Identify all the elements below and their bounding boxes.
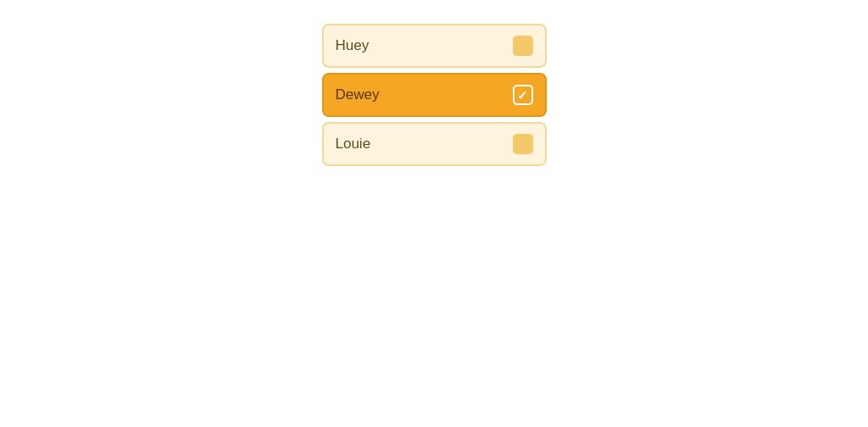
item-label-huey: Huey [336,37,370,54]
item-label-louie: Louie [336,136,371,152]
checklist-item-huey[interactable]: Huey [322,24,547,68]
checklist-item-louie[interactable]: Louie [322,122,547,166]
checkmark-icon: ✓ [517,89,528,102]
checklist: Huey Dewey ✓ Louie [322,24,547,166]
checkbox-dewey[interactable]: ✓ [513,85,533,105]
checklist-item-dewey[interactable]: Dewey ✓ [322,73,547,117]
item-label-dewey: Dewey [336,86,380,103]
checkbox-huey[interactable] [513,36,533,56]
checkbox-louie[interactable] [513,134,533,154]
